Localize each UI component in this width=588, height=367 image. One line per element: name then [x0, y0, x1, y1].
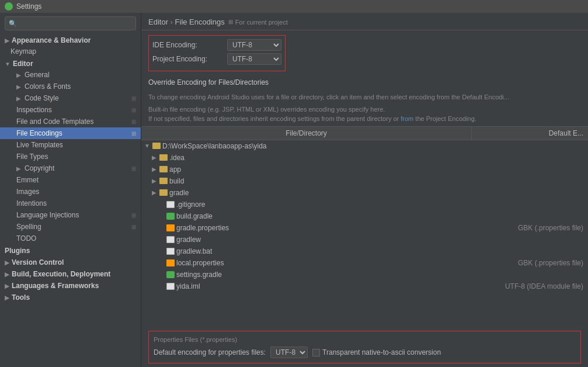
- file-icon: [166, 224, 175, 231]
- file-icon: [166, 248, 175, 255]
- file-encodings-badge: ⊞: [131, 130, 136, 137]
- sidebar-label-inspections: Inspections: [16, 106, 52, 114]
- table-row[interactable]: .gitignore: [141, 199, 588, 210]
- file-encoding: [471, 181, 588, 182]
- sidebar-label-appearance: Appearance & Behavior: [12, 36, 91, 44]
- project-encoding-select[interactable]: UTF-8 GBK ISO-8859-1: [227, 53, 281, 65]
- sidebar-item-general[interactable]: ▶ General: [0, 69, 141, 81]
- ide-encoding-select[interactable]: UTF-8 GBK ISO-8859-1: [227, 39, 281, 51]
- transparent-checkbox-area: Transparent native-to-ascii conversion: [312, 348, 441, 356]
- arrow-icon: ▶: [5, 259, 9, 266]
- breadcrumb: Editor › File Encodings: [148, 18, 225, 26]
- sidebar-item-editor[interactable]: ▼ Editor: [0, 57, 141, 69]
- file-icon: [166, 236, 175, 243]
- table-row[interactable]: ▶ .idea: [141, 152, 588, 164]
- table-row[interactable]: gradle.properties GBK (.properties file): [141, 222, 588, 234]
- arrow-icon: ▼: [144, 143, 151, 149]
- sidebar-label-code-style: Code Style: [25, 94, 59, 102]
- search-input[interactable]: [19, 19, 132, 27]
- file-tree-header: File/Directory Default E...: [141, 126, 588, 140]
- sidebar-item-keymap[interactable]: Keymap: [0, 46, 141, 57]
- sidebar-item-intentions[interactable]: Intentions: [0, 198, 141, 209]
- table-row[interactable]: settings.gradle: [141, 269, 588, 281]
- override-title: Override Encoding for Files/Directories: [148, 78, 581, 86]
- sidebar-item-appearance[interactable]: ▶ Appearance & Behavior: [0, 34, 141, 46]
- file-encoding: [471, 239, 588, 240]
- arrow-icon: ▶: [5, 283, 9, 289]
- sidebar-item-inspections[interactable]: Inspections ⊞: [0, 104, 141, 116]
- table-row[interactable]: ▼ D:\WorkSpace\lanbaoapp-as\yida: [141, 140, 588, 152]
- properties-title: Properties Files (*.properties): [154, 336, 576, 343]
- file-encoding: [471, 274, 588, 275]
- file-name: D:\WorkSpace\lanbaoapp-as\yida: [162, 142, 267, 150]
- sidebar-label-images: Images: [16, 188, 39, 196]
- table-row[interactable]: yida.iml UTF-8 (IDEA module file): [141, 281, 588, 292]
- main-layout: 🔍 ▶ Appearance & Behavior Keymap ▼ Edito…: [0, 13, 588, 367]
- encoding-section: IDE Encoding: UTF-8 GBK ISO-8859-1 Proje…: [141, 30, 588, 76]
- table-row[interactable]: ▶ gradle: [141, 187, 588, 199]
- sidebar-label-keymap: Keymap: [11, 47, 36, 56]
- sidebar-item-tools[interactable]: ▶ Tools: [0, 291, 141, 303]
- sidebar-label-general: General: [25, 71, 50, 79]
- lang-injections-badge: ⊞: [131, 212, 136, 219]
- sidebar-label-todo: TODO: [16, 234, 36, 243]
- sidebar-label-version-control: Version Control: [12, 258, 64, 266]
- file-encoding: [471, 169, 588, 170]
- file-icon: [166, 213, 175, 220]
- search-box[interactable]: 🔍: [5, 16, 136, 30]
- file-icon: [166, 283, 175, 290]
- sidebar-item-file-types[interactable]: File Types: [0, 151, 141, 162]
- project-encoding-row: Project Encoding: UTF-8 GBK ISO-8859-1: [152, 53, 281, 65]
- transparent-checkbox[interactable]: [312, 349, 320, 356]
- encoding-box: IDE Encoding: UTF-8 GBK ISO-8859-1 Proje…: [148, 35, 286, 71]
- sidebar-item-colors-fonts[interactable]: ▶ Colors & Fonts: [0, 81, 141, 92]
- sidebar-item-spelling[interactable]: Spelling ⊞: [0, 221, 141, 233]
- properties-section: Properties Files (*.properties) Default …: [148, 331, 581, 363]
- sidebar: 🔍 ▶ Appearance & Behavior Keymap ▼ Edito…: [0, 13, 141, 367]
- file-name: settings.gradle: [176, 271, 222, 279]
- sidebar-item-file-code-templates[interactable]: File and Code Templates ⊞: [0, 116, 141, 127]
- sidebar-item-languages-frameworks[interactable]: ▶ Languages & Frameworks: [0, 279, 141, 291]
- arrow-icon: ▶: [151, 166, 158, 172]
- arrow-icon: ▶: [16, 165, 22, 172]
- override-para1: To change encoding Android Studio uses f…: [148, 92, 581, 102]
- spelling-badge: ⊞: [131, 224, 136, 230]
- sidebar-item-todo[interactable]: TODO: [0, 233, 141, 244]
- table-row[interactable]: local.properties GBK (.properties file): [141, 257, 588, 269]
- table-row[interactable]: build.gradle: [141, 210, 588, 222]
- table-row[interactable]: ▶ build: [141, 175, 588, 187]
- sidebar-label-editor: Editor: [13, 60, 33, 68]
- override-para3-link[interactable]: from: [401, 115, 413, 122]
- file-icon: [166, 201, 175, 208]
- properties-encoding-select[interactable]: UTF-8 GBK: [270, 347, 308, 358]
- inspections-badge: ⊞: [131, 107, 136, 113]
- ide-encoding-row: IDE Encoding: UTF-8 GBK ISO-8859-1: [152, 39, 281, 51]
- sidebar-item-images[interactable]: Images: [0, 186, 141, 198]
- sidebar-label-spelling: Spelling: [16, 223, 41, 231]
- breadcrumb-sep: ›: [171, 18, 175, 26]
- arrow-icon: ▶: [5, 271, 9, 278]
- table-row[interactable]: gradlew.bat: [141, 245, 588, 257]
- sidebar-label-tools: Tools: [12, 293, 30, 302]
- arrow-icon: ▶: [16, 72, 22, 78]
- copyright-badge: ⊞: [131, 165, 136, 172]
- file-encoding: [471, 146, 588, 147]
- sidebar-item-build-execution[interactable]: ▶ Build, Execution, Deployment: [0, 268, 141, 279]
- sidebar-item-live-templates[interactable]: Live Templates: [0, 139, 141, 151]
- sidebar-item-copyright[interactable]: ▶ Copyright ⊞: [0, 162, 141, 174]
- file-name: build: [169, 177, 184, 185]
- file-encoding: GBK (.properties file): [471, 258, 588, 268]
- sidebar-item-version-control[interactable]: ▶ Version Control: [0, 256, 141, 268]
- sidebar-item-code-style[interactable]: ▶ Code Style ⊞: [0, 92, 141, 104]
- file-encoding: [471, 204, 588, 205]
- sidebar-label-file-code-templates: File and Code Templates: [16, 117, 94, 126]
- file-name: gradle: [169, 189, 189, 197]
- sidebar-item-emmet[interactable]: Emmet: [0, 174, 141, 186]
- sidebar-item-plugins[interactable]: Plugins: [0, 244, 141, 256]
- table-row[interactable]: ▶ app: [141, 164, 588, 175]
- file-name: gradlew.bat: [176, 247, 212, 255]
- sidebar-item-language-injections[interactable]: Language Injections ⊞: [0, 209, 141, 221]
- table-row[interactable]: gradlew: [141, 234, 588, 245]
- ide-encoding-label: IDE Encoding:: [152, 41, 222, 49]
- sidebar-item-file-encodings[interactable]: File Encodings ⊞: [0, 127, 141, 139]
